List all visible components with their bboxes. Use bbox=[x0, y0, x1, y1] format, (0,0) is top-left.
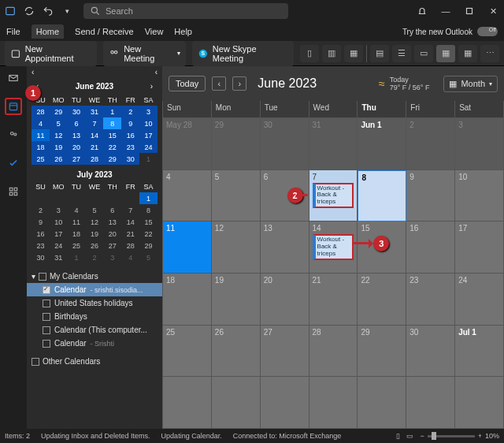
cal-group-my[interactable]: ▾My Calendars bbox=[27, 270, 162, 283]
menu-help[interactable]: Help bbox=[174, 27, 192, 36]
prev-button[interactable]: ‹ bbox=[212, 76, 226, 91]
view-month-icon[interactable]: ▦ bbox=[436, 45, 455, 62]
cell[interactable]: Jul 1 bbox=[455, 326, 504, 378]
chevron-down-icon[interactable]: ▾ bbox=[60, 4, 74, 18]
cell[interactable]: 15 3 bbox=[358, 222, 406, 274]
cell[interactable] bbox=[163, 377, 212, 429]
cell[interactable]: 24 bbox=[455, 274, 504, 326]
cal-item-birthdays[interactable]: Birthdays bbox=[27, 310, 162, 323]
cell-today[interactable]: 8 bbox=[358, 170, 406, 222]
view-schedule-icon[interactable]: ▭ bbox=[414, 45, 433, 62]
view-normal-icon[interactable]: ▯ bbox=[396, 432, 400, 440]
cell[interactable]: 5 bbox=[212, 170, 261, 222]
event-workout-1[interactable]: Workout - Back & triceps bbox=[313, 183, 354, 208]
close-icon[interactable]: ✕ bbox=[485, 3, 501, 19]
cell[interactable]: 31 bbox=[309, 118, 358, 170]
search-input[interactable]: Search bbox=[83, 3, 288, 19]
menu-sendreceive[interactable]: Send / Receive bbox=[75, 27, 134, 36]
view-list-icon[interactable]: ☰ bbox=[392, 45, 411, 62]
cell[interactable]: 29 bbox=[358, 326, 406, 378]
rail-tasks-icon[interactable] bbox=[5, 154, 22, 172]
cell[interactable]: 30 bbox=[261, 118, 309, 170]
cell[interactable]: 29 bbox=[212, 118, 261, 170]
cell[interactable] bbox=[261, 377, 309, 429]
try-new-outlook-toggle[interactable] bbox=[477, 27, 498, 36]
checkbox[interactable] bbox=[32, 358, 39, 366]
cal-item-holidays[interactable]: United States holidays bbox=[27, 296, 162, 310]
cell[interactable]: 2 bbox=[406, 118, 455, 170]
cell[interactable]: 13 bbox=[261, 222, 309, 274]
cell[interactable]: 4 bbox=[163, 170, 212, 222]
cell[interactable]: 9 bbox=[406, 170, 455, 222]
cell[interactable]: 25 bbox=[163, 326, 212, 378]
event-workout-2[interactable]: Workout - Back & triceps bbox=[313, 234, 354, 259]
cell[interactable]: Jun 1 bbox=[358, 118, 406, 170]
today-button[interactable]: Today bbox=[169, 76, 206, 91]
cell[interactable]: 26 bbox=[212, 326, 261, 378]
cell[interactable] bbox=[406, 377, 455, 429]
new-skype-meeting-button[interactable]: S New Skype Meeting bbox=[192, 41, 294, 66]
undo-icon[interactable] bbox=[41, 4, 55, 18]
maximize-icon[interactable] bbox=[461, 3, 477, 19]
rail-people-icon[interactable] bbox=[5, 126, 22, 143]
cell[interactable]: 23 bbox=[406, 274, 455, 326]
checkbox[interactable] bbox=[43, 286, 50, 294]
cal-item-primary[interactable]: Calendar - srishti.sisodia... bbox=[27, 283, 162, 296]
prev-year-icon[interactable]: ‹ bbox=[32, 68, 34, 76]
cell[interactable]: 7 Workout - Back & triceps 2 bbox=[309, 170, 358, 222]
rail-calendar-icon[interactable] bbox=[5, 98, 22, 115]
view-week-icon[interactable]: ▦ bbox=[344, 45, 363, 62]
cell[interactable] bbox=[309, 377, 358, 429]
next-year-icon[interactable]: ‹ bbox=[155, 68, 158, 76]
minimize-icon[interactable]: — bbox=[438, 3, 454, 19]
checkbox[interactable] bbox=[43, 326, 50, 334]
bell-icon[interactable] bbox=[414, 3, 430, 19]
new-meeting-button[interactable]: New Meeting ▾ bbox=[103, 41, 186, 66]
cell[interactable]: 27 bbox=[261, 326, 309, 378]
view-day-icon[interactable]: ▯ bbox=[300, 45, 319, 62]
cell[interactable]: 14 Workout - Back & triceps bbox=[309, 222, 358, 274]
cell[interactable]: 28 bbox=[309, 326, 358, 378]
cell[interactable]: May 28 bbox=[163, 118, 212, 170]
cell[interactable]: 12 bbox=[212, 222, 261, 274]
cell[interactable]: 18 bbox=[163, 274, 212, 326]
cell[interactable]: 16 bbox=[406, 222, 455, 274]
mini-calendar-june[interactable]: ‹ June 2023 › SUMOTUWETHFRSA 28293031123… bbox=[27, 78, 162, 165]
cell[interactable]: 3 bbox=[455, 118, 504, 170]
view-reading-icon[interactable]: ▭ bbox=[406, 432, 413, 440]
menu-file[interactable]: File bbox=[6, 27, 20, 36]
checkbox[interactable] bbox=[43, 340, 50, 348]
view-selector[interactable]: ▦ Month ▾ bbox=[443, 76, 498, 92]
cell-selected[interactable]: 11 bbox=[163, 222, 212, 274]
mini-calendar-july[interactable]: July 2023 SUMOTUWETHFRSA 1 2345678 91011… bbox=[27, 168, 162, 263]
cell[interactable]: 19 bbox=[212, 274, 261, 326]
cell[interactable] bbox=[455, 377, 504, 429]
ribbon-overflow-icon[interactable]: ⋯ bbox=[480, 45, 499, 62]
cal-group-other[interactable]: Other Calendars bbox=[27, 355, 162, 368]
rail-apps-icon[interactable] bbox=[5, 183, 22, 200]
view-workweek-icon[interactable]: ▥ bbox=[322, 45, 341, 62]
new-appointment-button[interactable]: New Appointment bbox=[5, 41, 97, 66]
cell[interactable]: 21 bbox=[309, 274, 358, 326]
checkbox[interactable] bbox=[43, 300, 50, 307]
cell[interactable] bbox=[212, 377, 261, 429]
weather-widget[interactable]: ≈ Today79° F / 56° F bbox=[379, 76, 429, 91]
view-grid-icon[interactable]: ▦ bbox=[458, 45, 477, 62]
zoom-slider[interactable]: −+ 10% bbox=[420, 432, 499, 440]
sync-icon[interactable] bbox=[22, 4, 36, 18]
cell[interactable]: 10 bbox=[455, 170, 504, 222]
cal-item-srishti[interactable]: Calendar - Srishti bbox=[27, 337, 162, 350]
menu-home[interactable]: Home bbox=[32, 24, 64, 39]
cell[interactable]: 17 bbox=[455, 222, 504, 274]
cell[interactable]: 22 bbox=[358, 274, 406, 326]
rail-mail-icon[interactable] bbox=[5, 69, 22, 87]
checkbox[interactable] bbox=[43, 313, 50, 321]
menu-view[interactable]: View bbox=[145, 27, 164, 36]
checkbox[interactable] bbox=[39, 273, 46, 281]
next-button[interactable]: › bbox=[232, 76, 246, 91]
cell[interactable] bbox=[358, 377, 406, 429]
view-3pane-icon[interactable]: ▤ bbox=[370, 45, 389, 62]
next-month-icon[interactable]: › bbox=[150, 82, 153, 91]
cell[interactable]: 30 bbox=[406, 326, 455, 378]
cell[interactable]: 20 bbox=[261, 274, 309, 326]
